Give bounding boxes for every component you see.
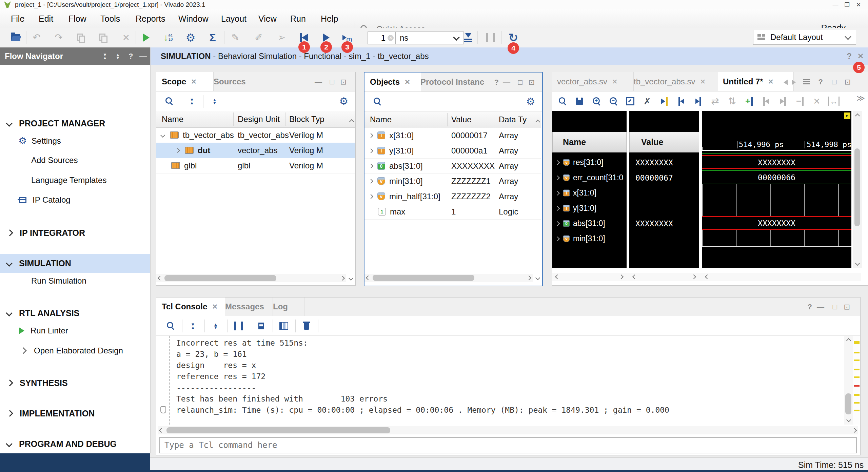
delete-icon[interactable]: ✕	[119, 28, 133, 47]
sidebar-section-simulation[interactable]: SIMULATION	[0, 254, 150, 273]
tab-scroll-left-icon[interactable]	[784, 80, 788, 85]
scroll-right-icon[interactable]	[690, 273, 697, 281]
objects-row-max[interactable]: 1 max 1 Logic	[364, 204, 541, 220]
column-design-unit[interactable]: Design Unit	[238, 111, 280, 127]
objects-row-y[interactable]: I y[31:0] 000000a1 Array	[364, 143, 541, 159]
scroll-up-icon[interactable]	[350, 116, 353, 125]
copy-icon[interactable]	[74, 28, 87, 47]
chevron-right-icon[interactable]	[555, 190, 560, 195]
tab-list-icon[interactable]	[803, 79, 810, 86]
sidebar-item-run-simulation[interactable]: Run Simulation	[0, 273, 150, 289]
chevron-down-icon[interactable]	[160, 132, 165, 137]
wave-marker-flag-icon[interactable]: ▸	[844, 112, 850, 119]
wave-plot-area[interactable]	[702, 111, 851, 268]
settings-gear-icon[interactable]: ⚙	[184, 28, 197, 47]
minimize-panel-icon[interactable]: —	[503, 78, 510, 87]
float-panel-icon[interactable]: ⊡	[529, 78, 535, 87]
tab-tcl-console[interactable]: Tcl Console✕	[156, 297, 225, 316]
save-waveform-icon[interactable]	[573, 91, 586, 111]
close-icon[interactable]: ✕	[405, 78, 410, 86]
objects-row-min-half[interactable]: v min_half[31:0] ZZZZZZZ2 Array	[364, 189, 541, 204]
menu-help[interactable]: Help	[317, 9, 341, 28]
scroll-down-icon[interactable]	[854, 259, 861, 267]
chevron-right-icon[interactable]	[369, 163, 373, 168]
tcl-command-field[interactable]	[159, 437, 857, 453]
column-name[interactable]: Name	[162, 111, 183, 127]
scroll-right-icon[interactable]	[339, 274, 346, 282]
chevron-right-icon[interactable]	[555, 160, 560, 165]
float-panel-icon[interactable]: ⊡	[845, 78, 851, 86]
sidebar-section-ip-integrator[interactable]: IP INTEGRATOR	[0, 225, 150, 241]
tab-messages[interactable]: Messages	[220, 297, 273, 316]
objects-row-abs[interactable]: 0 abs[31:0] XXXXXXXX Array	[364, 158, 541, 174]
zoom-out-icon[interactable]	[607, 91, 620, 111]
maximize-panel-icon[interactable]: □	[330, 78, 334, 86]
help-icon[interactable]: ?	[129, 52, 133, 61]
sidebar-item-settings[interactable]: ⚙ Settings	[0, 133, 150, 149]
help-icon[interactable]: ?	[494, 78, 499, 87]
expand-collapse-icon[interactable]: ▲▼	[116, 53, 120, 59]
open-project-icon[interactable]	[9, 28, 22, 47]
scroll-up-icon[interactable]	[536, 116, 539, 126]
help-icon[interactable]: ?	[847, 52, 852, 61]
minimize-panel-icon[interactable]: —	[315, 78, 322, 86]
wave-signal-x[interactable]: I x[31:0]	[552, 185, 627, 201]
pause-output-icon[interactable]	[232, 316, 245, 335]
scroll-right-icon[interactable]	[525, 274, 533, 282]
menu-reports[interactable]: Reports	[132, 9, 169, 28]
clear-time-icon[interactable]: ✕	[388, 35, 394, 41]
run-time-field[interactable]: ✕	[368, 32, 395, 44]
objects-hscrollbar[interactable]	[364, 274, 533, 282]
close-simulation-icon[interactable]: ✕	[857, 52, 864, 61]
chevron-right-icon[interactable]	[555, 221, 560, 226]
tab-tb-vector-abs-sv[interactable]: tb_vector_abs.sv✕	[629, 72, 723, 91]
help-icon[interactable]: ?	[808, 303, 812, 311]
generate-bitstream-icon[interactable]: ↓ 0110	[161, 28, 175, 47]
column-value[interactable]: Value	[451, 111, 472, 128]
time-unit-dropdown[interactable]: ns	[395, 32, 464, 44]
select-cursor-icon[interactable]: ✗	[640, 91, 654, 111]
scroll-up-icon[interactable]	[845, 336, 852, 345]
chevron-right-icon[interactable]	[369, 179, 373, 183]
menu-view[interactable]: View	[255, 9, 280, 28]
column-name[interactable]: Name	[370, 111, 392, 128]
objects-row-min[interactable]: v min[31:0] ZZZZZZZ1 Array	[364, 173, 541, 189]
close-icon[interactable]: ✕	[612, 78, 618, 86]
sidebar-item-add-sources[interactable]: Add Sources	[0, 152, 150, 168]
expand-collapse-icon[interactable]: ▲▼	[209, 316, 222, 335]
wave-signal-abs[interactable]: 0 abs[31:0]	[552, 216, 627, 231]
close-icon[interactable]: ✕	[191, 78, 197, 86]
minimize-panel-icon[interactable]: —	[817, 303, 824, 311]
zoom-fit-icon[interactable]	[624, 91, 637, 111]
expand-collapse-icon[interactable]: ▲▼	[208, 91, 221, 111]
maximize-panel-icon[interactable]: □	[832, 78, 836, 86]
close-icon[interactable]: ✕	[700, 78, 706, 86]
zoom-in-icon[interactable]	[590, 91, 603, 111]
step-icon[interactable]	[461, 28, 475, 47]
wave-signal-y[interactable]: I y[31:0]	[552, 201, 627, 216]
wave-vscrollbar[interactable]	[853, 111, 862, 268]
scroll-down-icon[interactable]	[845, 416, 852, 424]
sidebar-section-rtl-analysis[interactable]: RTL ANALYSIS	[0, 305, 150, 321]
undo-icon[interactable]: ↶	[30, 28, 43, 47]
close-icon[interactable]: ✕	[212, 303, 218, 311]
sidebar-item-open-elaborated-design[interactable]: Open Elaborated Design	[0, 343, 150, 358]
float-panel-icon[interactable]: ⊡	[844, 303, 850, 311]
run-time-input[interactable]	[368, 33, 386, 43]
wave-signal-err-count[interactable]: v err_count[31:0	[552, 170, 627, 185]
scroll-left-icon[interactable]	[364, 274, 372, 282]
search-icon[interactable]	[162, 91, 176, 111]
menu-window[interactable]: Window	[175, 9, 212, 28]
tab-protocol-instances[interactable]: Protocol Instanc	[416, 73, 490, 91]
scroll-left-icon[interactable]	[158, 426, 165, 434]
layout-selector[interactable]: Default Layout	[753, 30, 856, 45]
menu-run[interactable]: Run	[287, 9, 309, 28]
window-minimize-button[interactable]: —	[830, 0, 841, 9]
scope-row-tb-vector-abs[interactable]: tb_vector_abs tb_vector_abs Verilog M	[156, 127, 355, 143]
menu-flow[interactable]: Flow	[65, 9, 90, 28]
menu-edit[interactable]: Edit	[35, 9, 57, 28]
sidebar-item-run-linter[interactable]: Run Linter	[0, 323, 150, 338]
scroll-right-icon[interactable]	[617, 273, 625, 281]
chevron-right-icon[interactable]	[555, 206, 560, 210]
chevron-right-icon[interactable]	[555, 236, 560, 241]
